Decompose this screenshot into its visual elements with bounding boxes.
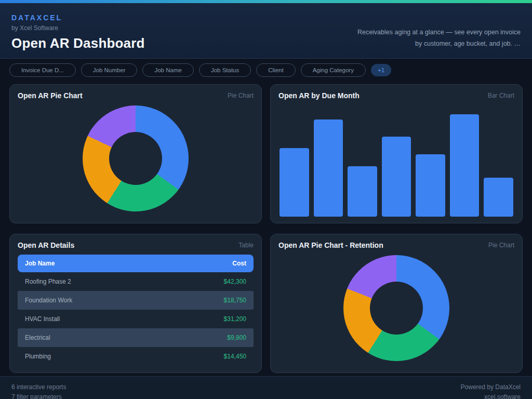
- panel-open-ar-pie-chart-retention: Open AR Pie Chart - Retention Pie Chart: [270, 234, 523, 373]
- cost-cell: $14,450: [224, 353, 246, 360]
- panel-title: Open AR Pie Chart - Retention: [278, 241, 383, 249]
- panel-header: Open AR Details Table: [18, 241, 254, 249]
- filter-chip-invoice-due-date[interactable]: Invoice Due D...: [9, 63, 76, 77]
- panel-title: Open AR Pie Chart: [18, 91, 83, 100]
- brand-logo: DATAXCEL: [11, 14, 145, 22]
- footer-powered-by: Powered by DataXcel: [461, 382, 521, 392]
- panel-open-ar-by-due-month: Open AR by Due Month Bar Chart: [270, 84, 523, 223]
- table-row: Foundation Work $18,750: [18, 291, 254, 310]
- filter-chip-row: Invoice Due D... Job Number Job Name Job…: [0, 59, 532, 81]
- brand-block: DATAXCEL by Xcel Software Open AR Dashbo…: [11, 14, 145, 51]
- filter-chip-job-number[interactable]: Job Number: [81, 63, 138, 77]
- panel-open-ar-details: Open AR Details Table Job Name Cost Roof…: [9, 234, 262, 373]
- table-row: Plumbing $14,450: [18, 347, 254, 366]
- bar[interactable]: [382, 137, 411, 217]
- bar[interactable]: [348, 166, 377, 217]
- dashboard-grid: Open AR Pie Chart Pie Chart Open AR by D…: [9, 84, 523, 373]
- header-tagline-line2: by customer, age bucket, and job. …: [357, 38, 521, 50]
- header-tagline: Receivables aging at a glance — see ever…: [357, 27, 521, 51]
- filter-chip-client[interactable]: Client: [256, 63, 295, 77]
- app-header: DATAXCEL by Xcel Software Open AR Dashbo…: [0, 3, 532, 59]
- cost-cell: $31,200: [224, 315, 246, 323]
- app-footer: 6 interactive reports 7 filter parameter…: [0, 376, 532, 399]
- footer-stats: 6 interactive reports 7 filter parameter…: [11, 382, 66, 399]
- bar[interactable]: [416, 154, 445, 217]
- donut-chart-retention[interactable]: [343, 255, 449, 361]
- cost-cell: $9,800: [227, 334, 246, 341]
- panel-header: Open AR by Due Month Bar Chart: [278, 91, 514, 100]
- column-header-job-name: Job Name: [25, 260, 55, 267]
- panel-type-label: Pie Chart: [488, 242, 514, 249]
- table-header-row: Job Name Cost: [18, 255, 254, 272]
- donut-hole: [109, 132, 162, 185]
- filter-chip-job-name[interactable]: Job Name: [142, 63, 193, 77]
- panel-type-label: Bar Chart: [488, 92, 514, 99]
- bar[interactable]: [484, 178, 513, 217]
- bar-chart-body: [278, 114, 514, 217]
- job-name-cell: Plumbing: [25, 353, 51, 360]
- column-header-cost: Cost: [232, 260, 246, 267]
- donut-hole: [370, 282, 423, 335]
- panel-type-label: Pie Chart: [228, 92, 254, 99]
- cost-cell: $18,750: [224, 297, 246, 304]
- table-row: Electrical $9,800: [18, 328, 254, 347]
- bar[interactable]: [450, 114, 480, 217]
- table-row: Roofing Phase 2 $42,300: [18, 272, 254, 291]
- job-name-cell: Roofing Phase 2: [25, 278, 71, 285]
- panel-header: Open AR Pie Chart - Retention Pie Chart: [278, 241, 514, 249]
- table-row: HVAC Install $31,200: [18, 310, 254, 328]
- pie-chart-body: [18, 100, 254, 217]
- page-title: Open AR Dashboard: [11, 35, 145, 51]
- pie-chart-body: [278, 249, 514, 366]
- bar[interactable]: [314, 119, 343, 217]
- footer-website: xcel.software: [461, 392, 521, 399]
- panel-type-label: Table: [238, 242, 254, 249]
- panel-open-ar-pie-chart: Open AR Pie Chart Pie Chart: [9, 84, 262, 223]
- footer-filters-count: 7 filter parameters: [11, 392, 66, 399]
- panel-header: Open AR Pie Chart Pie Chart: [18, 91, 254, 100]
- job-name-cell: Foundation Work: [25, 297, 72, 304]
- footer-reports-count: 6 interactive reports: [11, 382, 66, 392]
- bar[interactable]: [280, 148, 309, 217]
- footer-branding: Powered by DataXcel xcel.software: [461, 382, 521, 399]
- filter-chip-aging-category[interactable]: Aging Category: [301, 63, 366, 77]
- cost-cell: $42,300: [224, 278, 246, 285]
- job-name-cell: HVAC Install: [25, 315, 60, 323]
- filter-chip-job-status[interactable]: Job Status: [199, 63, 251, 77]
- panel-title: Open AR by Due Month: [278, 91, 360, 100]
- brand-byline: by Xcel Software: [11, 24, 145, 32]
- header-tagline-line1: Receivables aging at a glance — see ever…: [357, 27, 521, 38]
- filter-more-badge[interactable]: +1: [371, 64, 391, 76]
- donut-chart-open-ar[interactable]: [83, 105, 189, 211]
- panel-title: Open AR Details: [18, 241, 74, 249]
- job-name-cell: Electrical: [25, 334, 50, 341]
